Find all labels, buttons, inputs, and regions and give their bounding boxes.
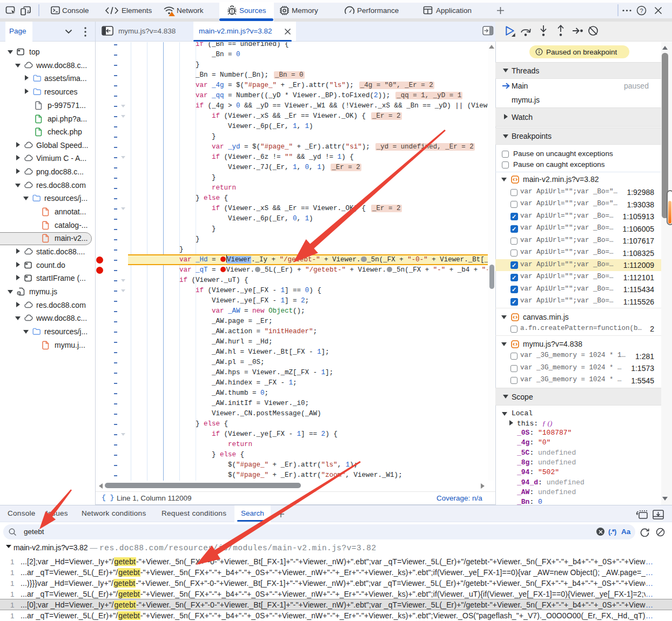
svg-text:?: ? [640,8,643,14]
